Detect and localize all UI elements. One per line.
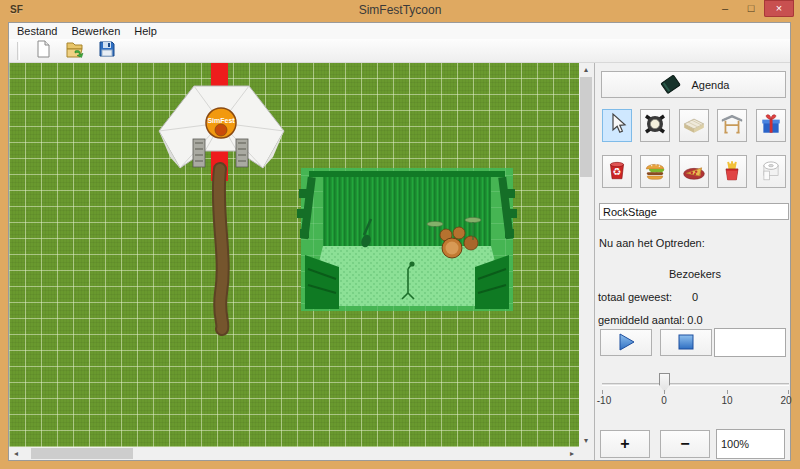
minimize-button[interactable]: –: [712, 0, 738, 17]
stop-icon: [676, 332, 696, 354]
scroll-left-icon[interactable]: ◂: [9, 447, 23, 460]
zoom-out-button[interactable]: −: [660, 430, 710, 458]
gift-icon: [759, 112, 783, 140]
cursor-icon: [606, 112, 628, 140]
menu-help[interactable]: Help: [134, 25, 157, 37]
horizontal-scrollbar[interactable]: ◂ ▸: [9, 447, 579, 460]
playback-status-field: [714, 328, 786, 357]
stage-platform-icon: [682, 112, 706, 140]
spotlight-icon: [643, 112, 667, 140]
scroll-down-icon[interactable]: ▾: [579, 434, 593, 447]
simfest-logo: SimFest: [206, 108, 236, 138]
close-button[interactable]: ×: [764, 0, 794, 17]
vertical-scrollbar[interactable]: ▴ ▾: [579, 63, 593, 447]
speed-slider-track[interactable]: [602, 383, 789, 386]
title-bar[interactable]: SF SimFestTycoon – □ ×: [0, 0, 800, 22]
visitors-header: Bezoekers: [650, 268, 740, 280]
menu-bewerken[interactable]: Bewerken: [71, 25, 120, 37]
app-window: SF SimFestTycoon – □ × Bestand Bewerken …: [0, 0, 800, 469]
gift-tool-button[interactable]: [756, 109, 786, 142]
toilet-paper-tool-button[interactable]: [756, 155, 786, 188]
scrollbar-corner: [579, 447, 593, 460]
menu-bestand[interactable]: Bestand: [17, 25, 57, 37]
burger-tool-button[interactable]: [640, 155, 670, 188]
menu-bar: Bestand Bewerken Help: [9, 23, 790, 39]
agenda-book-icon: [658, 73, 684, 97]
play-button[interactable]: [600, 329, 652, 356]
trash-tool-button[interactable]: ♻: [602, 155, 632, 188]
agenda-button[interactable]: Agenda: [601, 71, 786, 98]
gate-icon: [720, 112, 744, 140]
scroll-up-icon[interactable]: ▴: [579, 63, 593, 76]
festival-map-canvas[interactable]: SimFest: [9, 63, 579, 447]
toolbar-grip: [17, 42, 20, 60]
zoom-in-button[interactable]: +: [600, 430, 650, 458]
open-folder-icon: [65, 40, 85, 62]
client-area: Bestand Bewerken Help: [8, 22, 791, 461]
average-visitors-value: 0.0: [650, 314, 740, 326]
main-content: SimFest ▴ ▾ ◂ ▸: [9, 63, 790, 460]
save-floppy-icon: [98, 40, 116, 62]
stop-button[interactable]: [660, 329, 712, 356]
horizontal-scroll-thumb[interactable]: [31, 448, 133, 459]
tent-speaker-left: [193, 139, 205, 167]
toolbar: [9, 39, 790, 63]
window-title: SimFestTycoon: [0, 3, 800, 17]
slider-tick: [727, 390, 728, 394]
maximize-button[interactable]: □: [738, 0, 764, 17]
burger-icon: [643, 158, 667, 186]
slider-label-ten: 10: [721, 395, 732, 406]
tent-speaker-right: [236, 139, 248, 167]
play-icon: [615, 332, 637, 354]
new-document-icon: [34, 40, 52, 62]
select-tool-button[interactable]: [602, 109, 632, 142]
svg-text:SimFest: SimFest: [207, 117, 235, 124]
slider-label-zero: 0: [661, 395, 667, 406]
slider-tick: [788, 390, 789, 394]
slider-label-min: -10: [597, 395, 611, 406]
slider-label-max: 20: [780, 395, 791, 406]
svg-text:♻: ♻: [613, 166, 622, 177]
gate-tool-button[interactable]: [717, 109, 747, 142]
save-file-button[interactable]: [96, 41, 118, 61]
open-file-button[interactable]: [64, 41, 86, 61]
scroll-right-icon[interactable]: ▸: [565, 447, 579, 460]
pizza-tool-button[interactable]: [679, 155, 709, 188]
agenda-button-label: Agenda: [692, 79, 730, 91]
trash-can-icon: ♻: [605, 158, 629, 186]
slider-tick: [664, 390, 665, 394]
toilet-paper-icon: [759, 158, 783, 186]
spotlight-tool-button[interactable]: [640, 109, 670, 142]
new-file-button[interactable]: [32, 41, 54, 61]
total-visitors-value: 0: [650, 291, 740, 303]
stage-tool-button[interactable]: [679, 109, 709, 142]
control-panel: Agenda: [594, 63, 790, 460]
vertical-scroll-thumb[interactable]: [580, 77, 592, 177]
dirt-path[interactable]: [219, 169, 223, 329]
pizza-icon: [682, 158, 706, 186]
now-performing-label: Nu aan het Optreden:: [599, 237, 705, 249]
zoom-level-field[interactable]: 100%: [716, 429, 785, 459]
slider-tick: [602, 390, 603, 394]
fries-tool-button[interactable]: [717, 155, 747, 188]
stage-preview[interactable]: [297, 168, 517, 311]
fries-icon: [720, 158, 744, 186]
stage-name-input[interactable]: [599, 203, 789, 220]
